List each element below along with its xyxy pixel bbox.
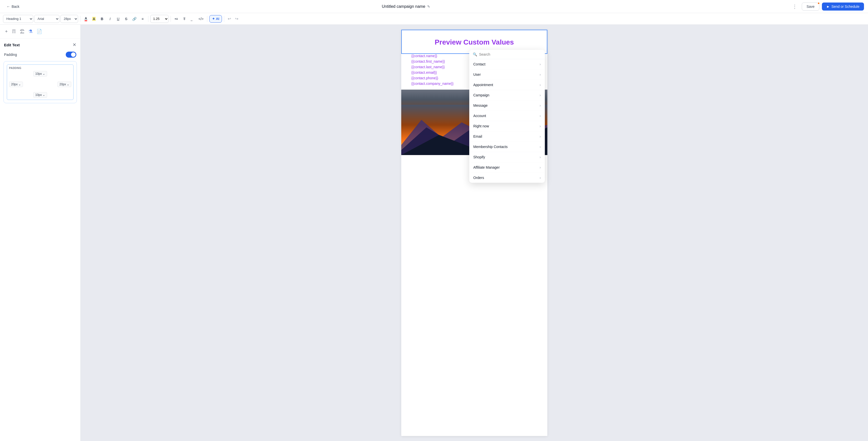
dropdown-item-account-label: Account — [473, 114, 486, 118]
dropdown-item-email[interactable]: Email › — [469, 131, 545, 142]
strikethrough-icon: S — [125, 17, 127, 21]
edit-text-header: Edit Text ✕ — [0, 38, 80, 50]
close-panel-button[interactable]: ✕ — [72, 42, 76, 47]
strikethrough2-button[interactable]: T — [181, 15, 188, 23]
padding-bottom-button[interactable]: 10px ⌄ — [33, 92, 47, 98]
save-button[interactable]: Save — [802, 2, 819, 10]
main-layout: + ☶ ⛱ ⚗ 📄 Edit Text ✕ Padding — [0, 25, 868, 441]
more-options-button[interactable]: ⋮ — [790, 2, 799, 10]
padding-left-value: 20px — [11, 82, 18, 86]
font-size-select[interactable]: 28px 24px 20px 16px — [60, 15, 78, 23]
dropdown-item-membership[interactable]: Membership Contacts › — [469, 142, 545, 152]
plus-icon: + — [5, 29, 8, 34]
strikethrough-button[interactable]: S — [123, 15, 130, 23]
dropdown-item-membership-label: Membership Contacts — [473, 145, 507, 149]
dropdown-item-rightnow[interactable]: Right now › — [469, 121, 545, 131]
chevron-right-icon: › — [539, 83, 541, 87]
edit-title-icon[interactable]: ✎ — [427, 4, 430, 8]
layers-button[interactable]: ☶ — [10, 27, 18, 36]
undo-icon: ↩ — [228, 16, 231, 21]
layers-icon: ☶ — [12, 29, 16, 34]
dropdown-search-input[interactable] — [479, 53, 541, 56]
dropdown-item-contact[interactable]: Contact › — [469, 59, 545, 69]
padding-right-chevron: ⌄ — [67, 82, 69, 86]
link-icon: 🔗 — [132, 17, 136, 21]
send-icon: ► — [827, 4, 830, 8]
top-nav-center: Untitled campaign name ✎ — [382, 4, 431, 9]
padding-center-area — [23, 78, 57, 91]
text-color-button[interactable]: A — [82, 15, 89, 23]
chevron-right-icon: › — [539, 134, 541, 138]
undo-button[interactable]: ↩ — [226, 15, 232, 22]
heading-style-select[interactable]: Heading 1 Heading 2 Heading 3 Paragraph — [3, 15, 33, 23]
underline-button[interactable]: U — [115, 15, 122, 23]
flask-button[interactable]: ⚗ — [27, 27, 34, 36]
back-label: Back — [11, 4, 20, 8]
document-icon: 📄 — [36, 29, 42, 34]
ai-button[interactable]: ✦ AI — [209, 15, 222, 23]
back-arrow-icon: ← — [6, 4, 10, 8]
dropdown-item-affiliate[interactable]: Affiliate Manager › — [469, 162, 545, 173]
chevron-right-icon: › — [539, 103, 541, 107]
padding-bottom-chevron: ⌄ — [42, 93, 45, 97]
strikethrough2-icon: T — [183, 17, 186, 21]
padding-top-chevron: ⌄ — [42, 72, 45, 75]
dropdown-item-shopify[interactable]: Shopify › — [469, 152, 545, 162]
padding-top-value: 10px — [35, 72, 42, 75]
italic-button[interactable]: I — [106, 15, 114, 23]
canvas-area: Preview Custom Values {{contact.name}} {… — [81, 25, 868, 441]
dropdown-item-appointment-label: Appointment — [473, 83, 493, 87]
dropdown-item-campaign[interactable]: Campaign › — [469, 90, 545, 100]
code-icon: </> — [198, 17, 204, 21]
padding-box-container: PADDING 10px ⌄ 20px ⌄ 20px ⌄ — [3, 61, 77, 103]
dropdown-item-appointment[interactable]: Appointment › — [469, 80, 545, 90]
padding-label: Padding — [4, 53, 17, 57]
bullet-list-icon: •≡ — [175, 17, 178, 21]
chevron-right-icon: › — [539, 165, 541, 169]
dropdown-item-user-label: User — [473, 72, 481, 76]
padding-row: Padding — [0, 50, 80, 61]
padding-top-button[interactable]: 10px ⌄ — [33, 71, 47, 76]
underline2-button[interactable]: ̲ — [189, 15, 196, 23]
dropdown-item-orders[interactable]: Orders › — [469, 173, 545, 183]
redo-button[interactable]: ↪ — [234, 15, 240, 22]
font-family-select[interactable]: Arial Times New Roman Georgia — [34, 15, 59, 23]
padding-right-value: 20px — [59, 82, 66, 86]
ai-star-icon: ✦ — [212, 17, 215, 21]
padding-toggle[interactable] — [66, 52, 76, 58]
padding-bottom-value: 10px — [35, 93, 42, 97]
search-icon: 🔍 — [473, 53, 477, 56]
bullet-list-button[interactable]: •≡ — [173, 15, 180, 23]
send-label: Send or Schedule — [832, 4, 860, 8]
document-button[interactable]: 📄 — [35, 27, 43, 36]
padding-right-button[interactable]: 20px ⌄ — [57, 81, 71, 87]
padding-inner: PADDING 10px ⌄ 20px ⌄ 20px ⌄ — [7, 64, 73, 100]
panel-icon-bar: + ☶ ⛱ ⚗ 📄 — [0, 25, 80, 38]
dropdown-item-campaign-label: Campaign — [473, 93, 489, 97]
italic-icon: I — [110, 17, 111, 21]
link-button[interactable]: 🔗 — [131, 15, 138, 23]
save-label: Save — [807, 4, 815, 8]
top-nav: ← Back Untitled campaign name ✎ ⋮ Save ►… — [0, 0, 868, 13]
dropdown-item-message[interactable]: Message › — [469, 100, 545, 111]
add-element-button[interactable]: + — [3, 28, 9, 36]
unsaved-indicator — [817, 2, 820, 4]
filter-button[interactable]: ⛱ — [19, 28, 26, 36]
padding-left-button[interactable]: 20px ⌄ — [9, 81, 23, 87]
dropdown-item-orders-label: Orders — [473, 176, 484, 180]
highlight-button[interactable]: A — [90, 15, 97, 23]
dropdown-item-message-label: Message — [473, 103, 488, 107]
bold-button[interactable]: B — [98, 15, 105, 23]
preview-title: Preview Custom Values — [412, 38, 537, 46]
custom-values-dropdown: 🔍 Contact › User › Appointment › Campaig… — [469, 50, 545, 183]
send-or-schedule-button[interactable]: ► Send or Schedule — [822, 2, 864, 10]
toolbar-divider-3 — [170, 16, 171, 22]
back-button[interactable]: ← Back — [4, 3, 22, 10]
chevron-right-icon: › — [539, 124, 541, 128]
dropdown-item-account[interactable]: Account › — [469, 111, 545, 121]
dropdown-item-user[interactable]: User › — [469, 69, 545, 80]
code-button[interactable]: </> — [197, 15, 205, 23]
line-height-select[interactable]: 1.25 1.5 2.0 — [150, 15, 168, 23]
align-button[interactable]: ≡ — [139, 15, 146, 23]
left-panel: + ☶ ⛱ ⚗ 📄 Edit Text ✕ Padding — [0, 25, 81, 441]
